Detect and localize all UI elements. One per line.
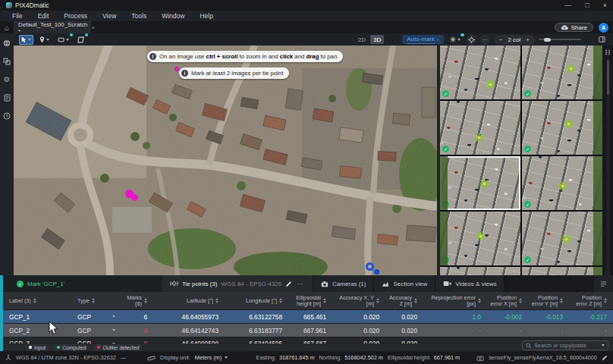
- search-box[interactable]: [522, 340, 608, 350]
- display-unit-select[interactable]: Meters (m): [195, 354, 228, 361]
- column-header-11[interactable]: Positionerror Z [m]: [566, 295, 610, 307]
- tiepoint-mark-star-icon[interactable]: [476, 231, 486, 241]
- settings-gear-icon[interactable]: ⚙: [3, 75, 11, 83]
- map-viewport[interactable]: i On an image use ctrl + scroll to zoom …: [14, 46, 437, 275]
- chevron-down-icon[interactable]: [602, 344, 605, 347]
- report-icon[interactable]: [3, 93, 11, 102]
- tiepoint-mark-star-icon[interactable]: [564, 119, 574, 129]
- menu-process[interactable]: Process: [56, 11, 95, 21]
- scrollbar-track[interactable]: [607, 58, 609, 275]
- automark-toggle[interactable]: Auto-mark ›: [402, 35, 444, 44]
- column-header-0[interactable]: Label (3): [6, 298, 74, 304]
- tiepoint-marker-magenta[interactable]: [125, 190, 134, 198]
- tab-tie-points[interactable]: Tie points (3) WGS 84 - EPSG:4326 ···: [162, 275, 313, 292]
- image-thumbnail[interactable]: ✓: [440, 46, 520, 99]
- tab-cameras[interactable]: Cameras (1): [313, 275, 374, 292]
- column-header-7[interactable]: AccuracyZ [m]: [382, 295, 420, 307]
- sort-icon: [215, 298, 218, 303]
- tab-section-view[interactable]: Section view: [374, 275, 435, 292]
- tiepoint-style-button[interactable]: [448, 35, 463, 45]
- search-input[interactable]: [534, 342, 599, 349]
- tiepoint-marker-pink[interactable]: [174, 67, 179, 71]
- window-close-button[interactable]: ×: [603, 0, 607, 11]
- share-button[interactable]: Share: [555, 23, 593, 32]
- focus-crosshair-button[interactable]: [467, 35, 476, 45]
- column-header-3[interactable]: Latitude [°]: [150, 298, 222, 304]
- menu-view[interactable]: View: [95, 11, 124, 21]
- tiepoint-mark-star-icon[interactable]: [561, 234, 571, 244]
- crs-label[interactable]: WGS 84 / UTM zone 32N - EPSG:32632: [16, 354, 116, 361]
- tiepoint-marker-blue-dot[interactable]: [374, 269, 379, 275]
- tiepoint-mark-star-icon[interactable]: [479, 179, 489, 189]
- table-row[interactable]: GCP_2GCP046.641427436.63183777667.9610.0…: [3, 324, 613, 337]
- grid-handle-icon[interactable]: [605, 49, 611, 55]
- menu-tools[interactable]: Tools: [124, 11, 154, 21]
- select-tool-button[interactable]: [19, 35, 33, 45]
- image-thumbnail[interactable]: ✓: [522, 156, 602, 210]
- tab-videos-views[interactable]: Videos & views: [435, 275, 505, 292]
- panel-layout-button[interactable]: [596, 35, 608, 45]
- tiepoint-marker-blue-ring[interactable]: [366, 262, 374, 271]
- thumbnail-size-slider[interactable]: [539, 35, 581, 45]
- more-options-button[interactable]: ···: [480, 35, 490, 45]
- user-avatar[interactable]: A: [599, 23, 608, 33]
- cell-accuracy-z: 0.020: [382, 337, 420, 344]
- tiepoint-mark-star-icon[interactable]: [558, 181, 567, 191]
- edit-pencil-icon[interactable]: [602, 355, 608, 361]
- crs-more-icon[interactable]: —: [121, 354, 126, 361]
- cell-height: 667.687: [285, 337, 329, 344]
- image-thumbnail[interactable]: ✓: [522, 101, 602, 155]
- globe-view-icon[interactable]: [3, 39, 11, 47]
- tiepoint-mark-star-icon[interactable]: [474, 133, 484, 143]
- menu-file[interactable]: File: [5, 11, 30, 21]
- processing-steps-icon[interactable]: [3, 57, 11, 65]
- tab-more-options-icon[interactable]: ···: [296, 281, 305, 287]
- cell-type: GCP: [74, 337, 118, 344]
- info-icon: i: [181, 70, 188, 77]
- cell-accuracy-z: 0.020: [382, 313, 420, 321]
- image-thumbnail[interactable]: ✓: [440, 267, 520, 275]
- marker-tool-button[interactable]: [37, 35, 52, 45]
- image-thumbnail[interactable]: ✓: [522, 212, 602, 265]
- column-header-1[interactable]: Type: [74, 298, 118, 304]
- window-minimize-button[interactable]: —: [564, 0, 571, 11]
- history-clock-icon[interactable]: [3, 111, 11, 120]
- project-tab[interactable]: Default_Test_100_Scratch * ×: [14, 21, 91, 33]
- column-header-9[interactable]: Positionerror X [m]: [484, 295, 525, 307]
- search-icon: [526, 343, 532, 349]
- edit-pencil-icon[interactable]: [285, 281, 292, 287]
- column-header-8[interactable]: Reprojection error [px]: [420, 295, 484, 307]
- column-header-10[interactable]: Positionerror Y [m]: [525, 295, 566, 307]
- table-row[interactable]: GCP_1GCP646.640559736.63122758665.4610.0…: [3, 310, 613, 324]
- image-thumbnail[interactable]: ✓: [522, 46, 602, 99]
- column-header-4[interactable]: Longitude [°]: [222, 298, 285, 304]
- menu-help[interactable]: Help: [192, 11, 220, 21]
- view-2d-button[interactable]: 2D: [356, 36, 368, 43]
- type-dropdown-chevron-icon[interactable]: [112, 329, 115, 331]
- image-thumbnail[interactable]: ✓: [440, 101, 520, 155]
- tiepoint-mark-star-icon[interactable]: [486, 80, 495, 89]
- slider-knob[interactable]: [544, 38, 551, 42]
- view-3d-button[interactable]: 3D: [370, 35, 384, 44]
- image-thumbnail[interactable]: ✓: [440, 212, 520, 265]
- column-header-2[interactable]: Marks(6): [118, 295, 150, 307]
- menu-window[interactable]: Window: [154, 11, 192, 21]
- polygon-tool-button[interactable]: [75, 35, 86, 45]
- menu-bar: FileEditProcessViewToolsWindowHelp: [0, 11, 613, 21]
- type-dropdown-chevron-icon[interactable]: [112, 315, 115, 318]
- columns-decrease-button[interactable]: −: [499, 36, 503, 43]
- menu-edit[interactable]: Edit: [30, 11, 57, 21]
- column-header-5[interactable]: Ellipsoidalheight [m]: [285, 295, 329, 307]
- window-maximize-button[interactable]: □: [585, 0, 589, 11]
- home-icon[interactable]: ⌂: [0, 21, 14, 33]
- scrollbar-thumb[interactable]: [607, 60, 609, 95]
- image-thumbnail[interactable]: ✓: [522, 267, 602, 275]
- panel-resize-button[interactable]: [594, 275, 613, 292]
- tiepoint-mark-star-icon[interactable]: [566, 64, 576, 74]
- tab-close-icon[interactable]: ×: [91, 24, 95, 31]
- column-header-6[interactable]: Accuracy X, Y [m]: [329, 295, 382, 307]
- camera-model-label[interactable]: senseFly_senseFlyAeriaX_18.5_6000x4000: [489, 354, 597, 361]
- rectangle-tool-button[interactable]: [55, 35, 71, 45]
- image-thumbnail[interactable]: ✓: [440, 156, 520, 210]
- columns-increase-button[interactable]: +: [526, 36, 530, 43]
